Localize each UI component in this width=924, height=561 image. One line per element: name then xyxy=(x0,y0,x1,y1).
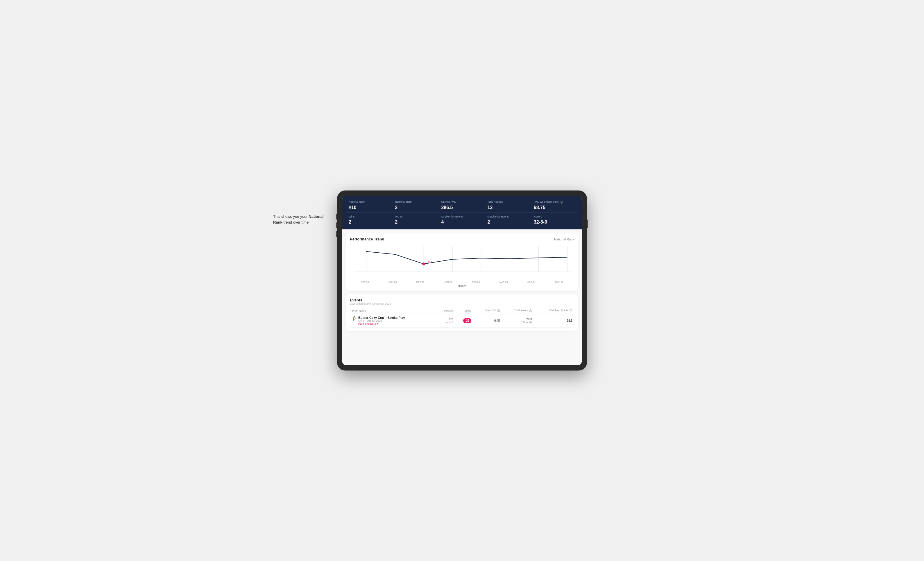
event-score-badge: -22 xyxy=(463,318,471,323)
volume-down-button xyxy=(336,223,337,228)
chart-label-oct23: OCT 23 xyxy=(351,281,379,283)
th-total-points: Total Points i xyxy=(501,308,534,314)
events-last-updated: Last updated: 24th November 2023 xyxy=(350,302,574,305)
performance-trend-card: Performance Trend National Rank xyxy=(346,233,578,291)
stats-row-2: Wins 2 Top 3s 2 Stroke Play Events 4 Mat… xyxy=(346,214,578,227)
chart-rank-label: #10 xyxy=(428,261,432,264)
chart-x-labels: OCT 23 NOV 23 DEC 23 JAN 24 FEB 24 MAR 2… xyxy=(350,281,574,283)
stat-national-rank: National Rank #10 xyxy=(346,199,393,212)
stat-stroke-play-events: Stroke Play Events 4 xyxy=(439,214,485,227)
chart-label-nov23: NOV 23 xyxy=(379,281,407,283)
event-date: Oct 9 - Oct 10, 2023 xyxy=(358,319,405,322)
annotation-text: This shows you your National Rank trend … xyxy=(273,214,331,225)
event-total-points-cell: 28.3 3 Rounds xyxy=(501,314,534,328)
event-score-cell: -22 xyxy=(455,314,473,328)
th-event-name: Event Name xyxy=(350,308,436,314)
stats-row-1: National Rank #10 Regional Rank 2 Scorin… xyxy=(346,199,578,212)
chart-label-jan24: JAN 24 xyxy=(434,281,462,283)
event-rank-impact: Rank Impact: 3 ▼ xyxy=(358,322,405,325)
performance-trend-chart: #10 xyxy=(350,244,574,279)
event-position: 6th xyxy=(438,317,454,321)
golf-icon: 🏌 xyxy=(352,316,357,320)
events-table: Event Name Position Score Event SG i Tot… xyxy=(350,308,574,328)
event-weighted-points-cell: 28.3 xyxy=(534,314,574,328)
chart-svg: #10 xyxy=(350,244,574,279)
performance-trend-header: Performance Trend National Rank xyxy=(350,237,574,241)
total-points-sub: 3 Rounds xyxy=(503,321,532,324)
rank-impact-chevron: ▼ xyxy=(376,323,379,325)
events-title: Events xyxy=(350,298,574,302)
chart-highlight-point xyxy=(422,262,425,265)
stats-header: National Rank #10 Regional Rank 2 Scorin… xyxy=(342,196,582,229)
chart-label-may24: MAY 24 xyxy=(545,281,573,283)
table-row: 🏌 Buster Cozy Cup – Stroke Play Oct 9 - … xyxy=(350,314,574,328)
performance-trend-axis-label: National Rank xyxy=(554,238,574,241)
chart-label-feb24: FEB 24 xyxy=(462,281,490,283)
weighted-points-info-icon: i xyxy=(570,309,572,312)
th-score: Score xyxy=(455,308,473,314)
main-content: Performance Trend National Rank xyxy=(342,229,582,365)
tablet-screen: National Rank #10 Regional Rank 2 Scorin… xyxy=(342,196,582,365)
chart-label-mar24: MAR 24 xyxy=(490,281,518,283)
events-table-header-row: Event Name Position Score Event SG i Tot… xyxy=(350,308,574,314)
event-sg-info-icon: i xyxy=(497,309,500,312)
stat-total-rounds: Total Rounds 12 xyxy=(485,199,531,212)
stat-avg-weighted-points: Avg. Weighted Points i 68.75 xyxy=(531,199,578,212)
th-position: Position xyxy=(436,308,455,314)
stat-regional-rank: Regional Rank 2 xyxy=(393,199,439,212)
th-event-sg: Event SG i xyxy=(473,308,501,314)
total-points-info-icon: i xyxy=(529,309,532,312)
silent-button xyxy=(336,231,337,237)
chart-x-axis-title: Months xyxy=(350,284,574,287)
th-weighted-points: Weighted Points i xyxy=(534,308,574,314)
stat-top3s: Top 3s 2 xyxy=(393,214,439,227)
power-button xyxy=(587,220,588,228)
info-icon: i xyxy=(560,200,563,203)
performance-trend-title: Performance Trend xyxy=(350,237,384,241)
tablet-frame: National Rank #10 Regional Rank 2 Scorin… xyxy=(337,190,587,371)
stat-match-play-events: Match Play Events 2 xyxy=(485,214,531,227)
stats-divider xyxy=(346,212,578,213)
event-name: Buster Cozy Cup – Stroke Play xyxy=(358,316,405,319)
events-card: Events Last updated: 24th November 2023 … xyxy=(346,295,578,331)
chart-label-dec23: DEC 23 xyxy=(406,281,434,283)
chart-label-apr24: APR 24 xyxy=(518,281,545,283)
event-info-cell: 🏌 Buster Cozy Cup – Stroke Play Oct 9 - … xyxy=(350,314,436,328)
event-position-cell: 6th out of 7 xyxy=(436,314,455,328)
event-position-sub: out of 7 xyxy=(438,321,454,324)
stat-wins: Wins 2 xyxy=(346,214,393,227)
stat-record: Record 32-8-0 xyxy=(531,214,578,227)
stat-scoring-avg: Scoring Avg. 286.5 xyxy=(439,199,485,212)
volume-up-button xyxy=(336,214,337,220)
event-sg-cell: 0.45 xyxy=(473,314,501,328)
